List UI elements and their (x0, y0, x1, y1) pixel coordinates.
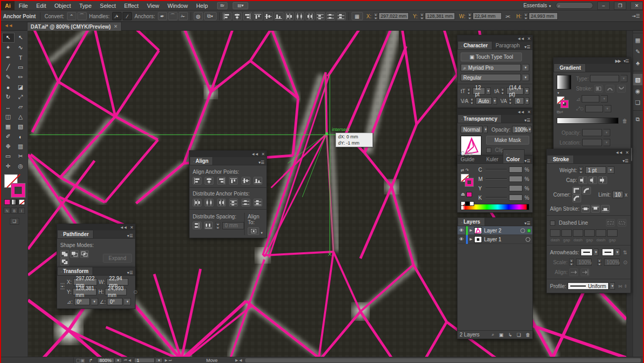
stroke-swatch[interactable] (11, 184, 25, 197)
appearance-panel-icon[interactable]: ◉ (633, 85, 642, 97)
expand-layer-icon[interactable]: ▶ (468, 228, 474, 232)
horizontal-scrollbar-thumb[interactable] (245, 358, 641, 362)
shape-mode-minus-front-icon[interactable] (70, 250, 79, 258)
gradient-aspect-dropdown-icon[interactable]: ▼ (605, 105, 611, 112)
column-graph-tool[interactable]: ▥ (15, 141, 27, 151)
stroke-along-icon[interactable] (606, 85, 614, 93)
width-tool[interactable]: ↔ (2, 102, 15, 112)
align-arrow-tip-icon[interactable] (569, 268, 578, 276)
profile-dropdown-icon[interactable]: ▼ (610, 282, 615, 290)
font-style-dropdown-icon[interactable]: ▼ (522, 74, 529, 81)
layer-name[interactable]: Layer 2 (484, 228, 520, 234)
flip-across-icon[interactable]: ⇕ (624, 284, 627, 289)
flip-along-icon[interactable]: ⋈ (618, 284, 622, 289)
distribute-hdist-center-icon[interactable] (205, 199, 213, 206)
symbols-panel-icon[interactable]: ♣ (633, 57, 642, 69)
search-input[interactable]: ⌕ (556, 2, 593, 9)
reference-point-icon[interactable]: ▦ (352, 12, 363, 20)
gradient-tool[interactable]: ▧ (15, 122, 27, 132)
channel-K-value-field[interactable] (509, 195, 522, 201)
channel-Y-value-field[interactable] (509, 185, 522, 191)
preserve-dash-icon[interactable] (606, 219, 615, 227)
hand-tool[interactable]: ✛ (2, 161, 15, 171)
pen-tool[interactable]: ✒ (2, 53, 15, 62)
y-stepper[interactable]: ▲▼ (420, 12, 424, 20)
tab-color[interactable]: Color (503, 149, 525, 163)
cb-hdist-center-icon[interactable] (295, 12, 304, 20)
brushes-panel-icon[interactable]: ✎ (633, 46, 642, 57)
opacity-field[interactable]: 100% (512, 126, 527, 133)
last-color-swatch[interactable] (466, 192, 472, 197)
select-similar-icon[interactable]: ⧉▾ (204, 12, 217, 20)
dash-field-0[interactable] (550, 229, 560, 237)
limit-field[interactable]: 10 (612, 191, 623, 198)
stroke-proxy-swatch[interactable] (465, 178, 473, 186)
layer-name[interactable]: Layer 1 (484, 237, 526, 242)
channel-Y-slider[interactable] (486, 188, 507, 189)
document-setup-icon[interactable]: ◍ (194, 12, 203, 20)
weight-field[interactable]: 1 pt (585, 166, 606, 174)
reference-point-locator-icon[interactable]: ◦◦◦◦▪◦◦◦◦ (60, 282, 65, 290)
blend-mode-field[interactable]: Normal (461, 126, 482, 133)
pencil-tool[interactable]: ✏ (15, 72, 27, 82)
cb-vdist-middle-icon[interactable] (326, 12, 336, 20)
dash-field-2[interactable] (573, 229, 583, 237)
cb-vdist-top-icon[interactable] (316, 12, 325, 20)
tab-character[interactable]: Character (458, 41, 492, 49)
black-swatch[interactable] (465, 201, 470, 206)
screen-mode-button[interactable]: ❏ (10, 218, 19, 225)
layer-target-icon[interactable] (526, 237, 530, 242)
h-stepper[interactable]: ▲▼ (524, 12, 528, 20)
align-halign-center-icon[interactable] (205, 177, 213, 185)
shape-builder-tool[interactable]: ◫ (2, 112, 15, 122)
distribute-hspace-icon[interactable] (204, 222, 213, 229)
layer-row-layer-1[interactable]: 👁 ▶ Layer 1 (458, 235, 532, 244)
spacing-stepper[interactable]: ▲▼ (216, 222, 220, 229)
stroke-corner-bevel-icon[interactable] (572, 195, 581, 202)
tab-align[interactable]: Align (190, 157, 213, 165)
stroke-as-outside-icon[interactable] (601, 205, 610, 213)
menu-type[interactable]: Type (75, 1, 96, 10)
constrain-proportions-icon[interactable]: ⫘ (503, 12, 513, 20)
menu-select[interactable]: Select (96, 1, 120, 10)
leading-field[interactable]: (14,4 pt) (506, 87, 524, 95)
menu-effect[interactable]: Effect (120, 1, 143, 10)
x-field-label[interactable]: X: (365, 14, 373, 19)
expand-layer-icon[interactable]: ▶ (468, 237, 474, 241)
zoom-tool[interactable]: ◎ (15, 161, 27, 171)
gradient-aspect-field[interactable] (585, 105, 603, 112)
close-panel-icon[interactable]: ✕ (625, 150, 628, 155)
panel-menu-icon[interactable]: ▾☰ (127, 270, 135, 275)
control-panel-menu-icon[interactable]: ⇥☰ (632, 14, 640, 19)
scale-start-stepper[interactable]: ▲▼ (569, 258, 574, 266)
tracking-field[interactable]: 0 (514, 97, 524, 105)
font-size-dropdown-icon[interactable]: ▼ (487, 87, 491, 95)
eyedropper-tool[interactable]: ✐ (2, 132, 15, 141)
gradient-slider[interactable] (557, 118, 619, 124)
none-swatch[interactable] (461, 201, 465, 206)
delete-stop-icon[interactable]: 🗑 (622, 118, 627, 124)
graphic-styles-panel-icon[interactable]: ❏ (633, 97, 642, 108)
shape-mode-unite-icon[interactable] (60, 250, 69, 258)
collapse-panel-icon[interactable]: ◄◄ (615, 150, 622, 155)
distribute-vdist-middle-icon[interactable] (242, 199, 250, 206)
leading-dropdown-icon[interactable]: ▼ (525, 87, 529, 95)
align-dash-icon[interactable] (618, 219, 626, 227)
channel-C-value-field[interactable] (509, 166, 522, 173)
remove-anchor-icon[interactable]: ✒ (158, 12, 167, 20)
first-artboard-icon[interactable]: ⏮ (124, 358, 128, 362)
tab-gradient[interactable]: Gradient (554, 63, 586, 72)
w-field[interactable]: 22,94 mm (473, 12, 502, 20)
kerning-dropdown-icon[interactable]: ▼ (493, 97, 497, 105)
draw-mode-0-icon[interactable]: N (4, 208, 10, 214)
stroke-cap-round-icon[interactable] (588, 176, 597, 184)
collapse-panel-icon[interactable]: ◄◄ (119, 225, 127, 230)
tab-color-guide[interactable]: Color Guide (458, 150, 483, 163)
distribute-vspace-icon[interactable] (193, 222, 202, 229)
gradient-preset-dropdown-icon[interactable]: ▼ (557, 92, 560, 95)
rotate-tool[interactable]: ↻ (2, 92, 15, 102)
rotate-dropdown-icon[interactable]: ▼ (91, 298, 98, 305)
mesh-tool[interactable]: ▦ (2, 122, 15, 132)
clip-checkbox[interactable] (486, 148, 491, 153)
tx-field[interactable]: 297,022 mm (73, 278, 97, 286)
